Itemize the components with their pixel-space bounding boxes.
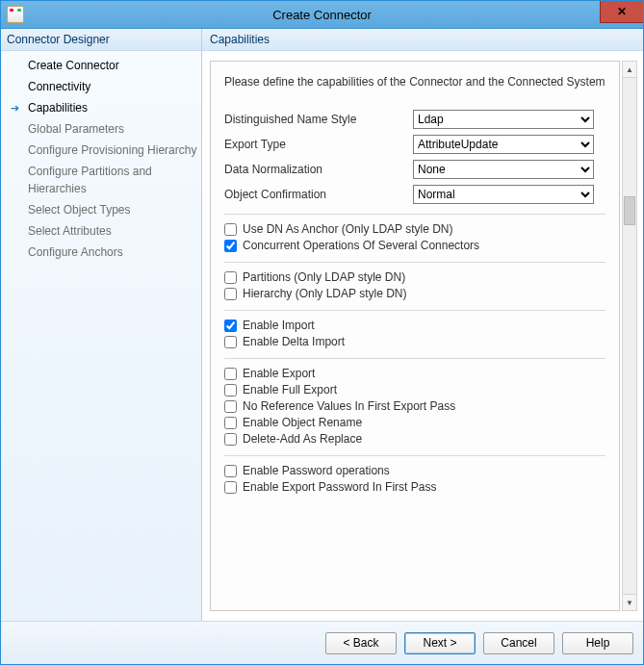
help-button[interactable]: Help (562, 632, 633, 654)
body: Connector Designer Create Connector Conn… (1, 29, 643, 621)
nav-configure-partitions[interactable]: Configure Partitions and Hierarchies (1, 161, 201, 199)
check-label: Concurrent Operations Of Several Connect… (243, 239, 479, 252)
check-concurrent-ops[interactable]: Concurrent Operations Of Several Connect… (224, 239, 605, 252)
check-label: Enable Object Rename (243, 416, 362, 429)
check-label: Enable Export (243, 367, 315, 380)
close-button[interactable]: ✕ (600, 1, 643, 23)
check-label: Use DN As Anchor (Only LDAP style DN) (243, 222, 453, 236)
nav-item-label: Select Attributes (28, 222, 112, 240)
checkbox-partitions[interactable] (224, 271, 237, 284)
row-object-confirmation: Object Confirmation Normal (224, 185, 605, 204)
nav-create-connector[interactable]: Create Connector (1, 55, 201, 76)
check-partitions[interactable]: Partitions (Only LDAP style DN) (224, 270, 605, 284)
select-export-type[interactable]: AttributeUpdate (413, 135, 594, 154)
nav-list: Create Connector Connectivity ➔ Capabili… (1, 51, 201, 267)
nav-capabilities[interactable]: ➔ Capabilities (1, 97, 201, 118)
check-enable-delta-import[interactable]: Enable Delta Import (224, 335, 605, 348)
check-label: Enable Import (243, 319, 315, 332)
titlebar[interactable]: Create Connector ✕ (1, 1, 643, 29)
nav-item-label: Configure Partitions and Hierarchies (28, 163, 197, 197)
nav-item-label: Capabilities (28, 99, 88, 116)
label-distinguished-name-style: Distinguished Name Style (224, 113, 413, 126)
scroll-up-button[interactable]: ▲ (623, 62, 636, 78)
nav-item-label: Create Connector (28, 57, 119, 74)
check-label: Hierarchy (Only LDAP style DN) (243, 287, 406, 300)
separator (224, 310, 605, 311)
check-enable-password-ops[interactable]: Enable Password operations (224, 464, 605, 477)
sidebar: Connector Designer Create Connector Conn… (1, 29, 202, 621)
nav-configure-anchors[interactable]: Configure Anchors (1, 242, 201, 263)
content-header: Capabilities (202, 29, 643, 51)
check-label: Enable Full Export (243, 383, 337, 396)
back-button[interactable]: < Back (325, 632, 397, 654)
nav-global-parameters[interactable]: Global Parameters (1, 118, 201, 140)
select-data-normalization[interactable]: None (413, 160, 594, 179)
check-label: Partitions (Only LDAP style DN) (243, 270, 405, 284)
check-label: Delete-Add As Replace (243, 432, 362, 446)
select-object-confirmation[interactable]: Normal (413, 185, 594, 204)
check-label: Enable Delta Import (243, 335, 345, 348)
checkbox-hierarchy[interactable] (224, 288, 237, 300)
label-export-type: Export Type (224, 138, 413, 151)
checkbox-enable-password-ops[interactable] (224, 465, 237, 477)
checkbox-enable-export[interactable] (224, 368, 237, 380)
content-area: Capabilities Please define the capabilit… (202, 29, 643, 621)
vertical-scrollbar[interactable]: ▲ ▼ (622, 61, 637, 611)
check-enable-full-export[interactable]: Enable Full Export (224, 383, 605, 396)
nav-select-object-types[interactable]: Select Object Types (1, 199, 201, 220)
select-distinguished-name-style[interactable]: Ldap (413, 110, 594, 129)
check-enable-object-rename[interactable]: Enable Object Rename (224, 416, 605, 429)
chevron-down-icon: ▼ (626, 599, 633, 607)
checkbox-enable-import[interactable] (224, 320, 237, 332)
check-delete-add-as-replace[interactable]: Delete-Add As Replace (224, 432, 605, 446)
nav-select-attributes[interactable]: Select Attributes (1, 220, 201, 242)
label-object-confirmation: Object Confirmation (224, 188, 413, 201)
nav-configure-provisioning-hierarchy[interactable]: Configure Provisioning Hierarchy (1, 140, 201, 161)
nav-item-label: Configure Anchors (28, 243, 123, 261)
nav-item-label: Configure Provisioning Hierarchy (28, 141, 196, 159)
separator (224, 214, 605, 215)
sidebar-header: Connector Designer (1, 29, 201, 51)
separator (224, 358, 605, 359)
chevron-up-icon: ▲ (626, 65, 633, 74)
check-enable-import[interactable]: Enable Import (224, 319, 605, 332)
capabilities-panel: Please define the capabilities of the Co… (210, 61, 620, 611)
window-title: Create Connector (1, 8, 643, 22)
check-enable-export[interactable]: Enable Export (224, 367, 605, 380)
checkbox-delete-add-as-replace[interactable] (224, 433, 237, 446)
checkbox-no-ref-first-export[interactable] (224, 400, 237, 413)
nav-connectivity[interactable]: Connectivity (1, 76, 201, 97)
wizard-footer: < Back Next > Cancel Help (1, 621, 643, 664)
checkbox-enable-export-pw-first[interactable] (224, 481, 237, 494)
checkbox-use-dn-as-anchor[interactable] (224, 223, 237, 236)
nav-item-label: Select Object Types (28, 201, 131, 218)
next-button[interactable]: Next > (404, 632, 476, 654)
check-hierarchy[interactable]: Hierarchy (Only LDAP style DN) (224, 287, 605, 300)
arrow-right-icon: ➔ (11, 99, 19, 116)
nav-item-label: Global Parameters (28, 120, 124, 138)
separator (224, 455, 605, 456)
row-export-type: Export Type AttributeUpdate (224, 135, 605, 154)
check-label: Enable Export Password In First Pass (243, 480, 436, 494)
checkbox-enable-delta-import[interactable] (224, 336, 237, 348)
check-label: Enable Password operations (243, 464, 390, 477)
checkbox-enable-object-rename[interactable] (224, 417, 237, 429)
separator (224, 262, 605, 263)
checkbox-concurrent-ops[interactable] (224, 240, 237, 252)
cancel-button[interactable]: Cancel (483, 632, 554, 654)
check-enable-export-pw-first[interactable]: Enable Export Password In First Pass (224, 480, 605, 494)
close-icon: ✕ (617, 5, 627, 18)
label-data-normalization: Data Normalization (224, 163, 413, 176)
row-data-normalization: Data Normalization None (224, 160, 605, 179)
content-body: Please define the capabilities of the Co… (202, 51, 643, 621)
instruction-text: Please define the capabilities of the Co… (224, 75, 605, 89)
scrollbar-thumb[interactable] (624, 196, 635, 225)
check-use-dn-as-anchor[interactable]: Use DN As Anchor (Only LDAP style DN) (224, 222, 605, 236)
scroll-down-button[interactable]: ▼ (623, 594, 636, 610)
row-distinguished-name-style: Distinguished Name Style Ldap (224, 110, 605, 129)
nav-item-label: Connectivity (28, 78, 90, 95)
create-connector-window: Create Connector ✕ Connector Designer Cr… (0, 0, 644, 665)
check-label: No Reference Values In First Export Pass (243, 399, 455, 413)
check-no-ref-first-export[interactable]: No Reference Values In First Export Pass (224, 399, 605, 413)
checkbox-enable-full-export[interactable] (224, 384, 237, 396)
